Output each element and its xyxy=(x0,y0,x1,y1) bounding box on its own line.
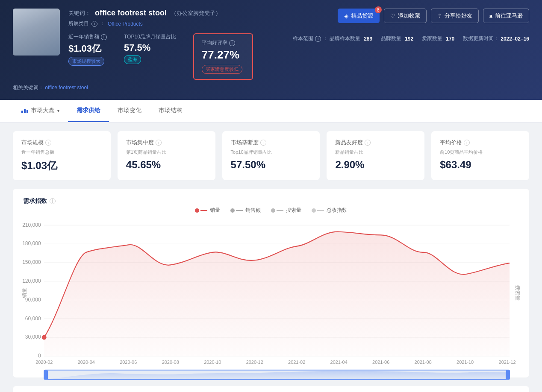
y-axis-left-title: 销量 xyxy=(21,288,27,298)
demand-chart-info[interactable]: i xyxy=(50,198,56,204)
kpi-cards-row: 市场规模 i 近一年销售总额 $1.03亿 市场集中度 i 第1页商品销量占比 … xyxy=(13,131,529,180)
sample-info-icon[interactable]: i xyxy=(315,36,321,42)
category-link[interactable]: Office Products xyxy=(108,21,143,27)
mini-left-handle[interactable] xyxy=(44,370,48,380)
kpi-avg-price-subtitle: 前10页商品平均价格 xyxy=(440,149,521,155)
related-keyword-link[interactable]: office footrest stool xyxy=(45,85,88,91)
kpi-monopoly-title: 市场垄断度 xyxy=(231,139,259,146)
kpi-card-concentration: 市场集中度 i 第1页商品销量占比 45.65% xyxy=(118,131,215,180)
demand-chart-svg: 210,000 180,000 150,000 120,000 90,000 6… xyxy=(23,218,519,368)
kpi-avg-price-value: $63.49 xyxy=(440,159,521,171)
amazon-button[interactable]: a 前往亚马逊 xyxy=(483,9,529,23)
kpi-market-size-info[interactable]: i xyxy=(45,140,51,146)
legend-total-dot xyxy=(312,208,316,213)
update-label: 数据更新时间： xyxy=(463,35,499,42)
kpi-card-avg-price: 平均价格 i 前10页商品平均价格 $63.49 xyxy=(431,131,529,180)
legend-revenue[interactable]: 销售额 xyxy=(230,207,261,214)
update-time-value: 2022–02–16 xyxy=(501,36,529,42)
legend-revenue-line xyxy=(236,210,243,211)
x-label-2021-12: 2021-12 xyxy=(499,360,516,365)
quality-badge: 8 xyxy=(375,6,382,13)
market-overview-icon xyxy=(21,108,28,113)
legend-search-line xyxy=(277,210,283,211)
quality-source-button[interactable]: ◈ 精品货源 8 xyxy=(338,9,380,23)
supply-section: 供给指数 i xyxy=(13,386,529,392)
legend-search[interactable]: 搜索量 xyxy=(271,207,301,214)
legend-search-dot xyxy=(271,208,275,213)
rating-warning[interactable]: 买家满意度较低 xyxy=(202,65,242,74)
tab-market-change[interactable]: 市场变化 xyxy=(109,100,150,122)
kpi-concentration-value: 45.65% xyxy=(126,159,207,171)
top10-label: TOP10品牌月销量占比 xyxy=(124,33,176,41)
demand-chart-wrap: 210,000 180,000 150,000 120,000 90,000 6… xyxy=(23,218,519,369)
kpi-card-market-size: 市场规模 i 近一年销售总额 $1.03亿 xyxy=(13,131,111,180)
legend-revenue-dot xyxy=(230,208,235,213)
chart-legend: 销量 销售额 搜索量 总收指 xyxy=(23,207,519,214)
brand-num-value: 192 xyxy=(405,36,413,42)
x-label-2020-10: 2020-10 xyxy=(204,360,221,365)
sales-info-icon[interactable]: i xyxy=(101,34,107,40)
quality-icon: ◈ xyxy=(344,13,348,19)
kpi-avg-price-info[interactable]: i xyxy=(464,140,470,146)
top10-value: 57.5% xyxy=(124,42,176,53)
keyword-main: office footrest stool xyxy=(95,9,167,18)
product-image xyxy=(13,9,60,56)
y-label-0: 0 xyxy=(38,353,41,359)
y-label-30k: 30,000 xyxy=(25,334,41,340)
sales-start-dot xyxy=(42,335,47,340)
keyword-label: 关键词： xyxy=(68,9,91,17)
demand-chart-title: 需求指数 xyxy=(23,197,47,205)
metrics-row: 近一年销售额 i $1.03亿 市场规模较大 TOP10品牌月销量占比 57.5… xyxy=(68,33,253,80)
brand-num-label: 品牌数量 xyxy=(381,35,401,42)
share-button[interactable]: ⇧ 分享给好友 xyxy=(431,9,479,23)
sales-value: $1.03亿 xyxy=(68,42,107,55)
kpi-concentration-subtitle: 第1页商品销量占比 xyxy=(126,149,207,155)
x-label-2021-04: 2021-04 xyxy=(330,360,348,365)
tab-supply-demand[interactable]: 需求供给 xyxy=(68,100,109,122)
brand-count-label: 品牌样本数量 xyxy=(330,35,360,42)
kpi-market-size-subtitle: 近一年销售总额 xyxy=(21,149,102,155)
share-icon: ⇧ xyxy=(437,13,442,19)
keyword-cn: （办公室脚凳凳子） xyxy=(171,9,221,17)
kpi-new-product-subtitle: 新品销量占比 xyxy=(335,149,416,155)
main-content: 市场规模 i 近一年销售总额 $1.03亿 市场集中度 i 第1页商品销量占比 … xyxy=(0,123,542,392)
tab-market-structure[interactable]: 市场结构 xyxy=(150,100,191,122)
top10-metric: TOP10品牌月销量占比 57.5% 蓝海 xyxy=(124,33,176,64)
kpi-new-product-title: 新品友好度 xyxy=(335,139,363,146)
kpi-monopoly-info[interactable]: i xyxy=(260,140,266,146)
x-label-2020-08: 2020-08 xyxy=(162,360,179,365)
y-axis-right-title: 搜索量 xyxy=(515,285,521,301)
legend-total-index[interactable]: 总收指数 xyxy=(312,207,347,214)
category-row: 所属类目 i ： Office Products xyxy=(68,20,253,27)
x-label-2020-02: 2020-02 xyxy=(35,360,53,365)
rating-info-icon[interactable]: i xyxy=(229,40,235,46)
action-buttons: ◈ 精品货源 8 ♡ 添加收藏 ⇧ 分享给好友 a 前往亚马逊 xyxy=(338,9,529,23)
kpi-new-product-info[interactable]: i xyxy=(365,140,371,146)
collect-button[interactable]: ♡ 添加收藏 xyxy=(384,9,427,23)
kpi-monopoly-value: 57.50% xyxy=(231,159,312,171)
legend-sales[interactable]: 销量 xyxy=(195,207,220,214)
sample-range-label: 样本范围 xyxy=(293,35,313,42)
seller-label: 卖家数量 xyxy=(422,35,442,42)
x-label-2020-12: 2020-12 xyxy=(246,360,263,365)
mini-right-handle[interactable] xyxy=(506,370,510,380)
kpi-concentration-title: 市场集中度 xyxy=(126,139,154,146)
rating-box: 平均好评率 i 77.27% 买家满意度较低 xyxy=(193,33,253,80)
x-label-2021-08: 2021-08 xyxy=(415,360,432,365)
sales-label: 近一年销售额 xyxy=(68,33,99,41)
category-info-icon[interactable]: i xyxy=(91,21,97,27)
legend-total-line xyxy=(317,210,324,211)
y-label-120k: 120,000 xyxy=(22,278,41,284)
y-label-60k: 60,000 xyxy=(25,316,41,322)
seller-num-value: 170 xyxy=(446,36,454,42)
kpi-market-size-value: $1.03亿 xyxy=(21,159,102,173)
sales-metric: 近一年销售额 i $1.03亿 市场规模较大 xyxy=(68,33,107,66)
demand-chart-section: 需求指数 i 销量 销售额 xyxy=(13,189,529,377)
chevron-down-icon: ▾ xyxy=(57,108,59,113)
sample-info: 样本范围 i ： 品牌样本数量 289 品牌数量 192 卖家数量 170 数据… xyxy=(293,35,529,42)
brand-count-value: 289 xyxy=(364,36,372,42)
kpi-card-monopoly: 市场垄断度 i Top10品牌销量占比 57.50% xyxy=(222,131,320,180)
x-label-2021-02: 2021-02 xyxy=(288,360,305,365)
kpi-concentration-info[interactable]: i xyxy=(156,140,162,146)
tab-market-overview[interactable]: 市场大盘 ▾ xyxy=(13,100,68,122)
